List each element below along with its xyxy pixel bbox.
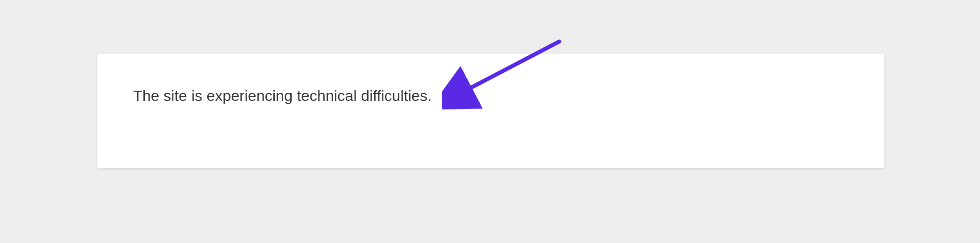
error-message: The site is experiencing technical diffi… <box>133 86 849 105</box>
error-card: The site is experiencing technical diffi… <box>97 54 884 168</box>
